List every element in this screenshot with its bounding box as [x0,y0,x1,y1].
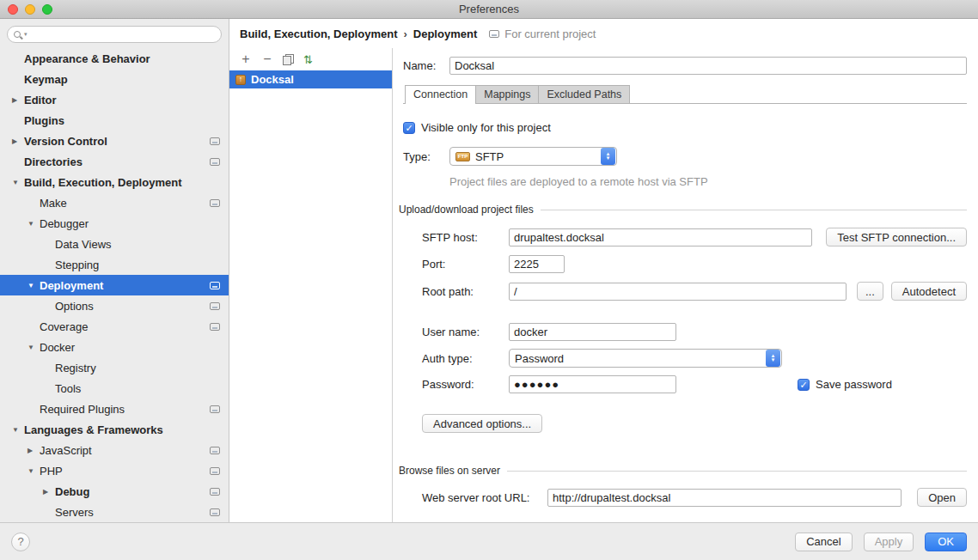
sidebar-item-build-execution-deployment[interactable]: ▼Build, Execution, Deployment [0,172,229,192]
user-name-field[interactable] [509,323,676,341]
deployment-server-icon [235,75,246,85]
chevron-down-icon[interactable]: ▼ [28,467,40,475]
open-button[interactable]: Open [917,488,967,507]
settings-search[interactable]: ▾ [7,26,222,43]
chevron-down-icon[interactable]: ▼ [28,220,40,228]
server-list: Docksal [229,70,392,522]
sidebar-item-label: Version Control [24,135,107,148]
sidebar-item-required-plugins[interactable]: Required Plugins [0,399,229,419]
chevron-down-icon[interactable]: ▼ [12,179,24,186]
settings-tree: Appearance & BehaviorKeymap▶EditorPlugin… [0,48,229,522]
sidebar-item-docker[interactable]: ▼Docker [0,337,229,357]
sidebar-item-label: Tools [55,382,81,395]
sidebar-item-javascript[interactable]: ▶JavaScript [0,440,229,460]
help-button[interactable]: ? [11,533,30,551]
cancel-button[interactable]: Cancel [795,533,852,551]
sidebar-item-label: Plugins [24,114,64,127]
traffic-lights [8,4,52,15]
remove-server-icon[interactable]: − [261,52,273,66]
type-dropdown[interactable]: FTP SFTP ▲▼ [449,147,617,166]
sidebar-item-servers[interactable]: Servers [0,502,229,522]
tab-connection[interactable]: Connection [405,85,476,104]
sidebar-item-label: Data Views [55,238,112,251]
tab-mappings[interactable]: Mappings [475,85,539,103]
browse-section-label: Browse files on server [399,465,500,477]
sidebar-item-data-views[interactable]: Data Views [0,234,229,254]
root-path-field[interactable] [509,283,847,301]
current-project-icon [489,30,499,38]
sidebar-item-directories[interactable]: Directories [0,151,229,172]
test-sftp-connection-button[interactable]: Test SFTP connection... [826,228,967,247]
dialog-footer: ? Cancel Apply OK [0,522,978,560]
chevron-right-icon[interactable]: ▶ [12,96,24,104]
port-label: Port: [422,258,509,271]
sftp-icon: FTP [455,152,470,161]
chevron-right-icon[interactable]: ▶ [12,137,24,145]
tab-excluded-paths[interactable]: Excluded Paths [538,85,630,103]
shared-settings-icon [210,323,220,331]
chevron-down-icon[interactable]: ▼ [12,426,24,434]
save-password-checkbox[interactable]: ✓ [798,379,810,391]
shared-settings-icon [210,405,220,413]
sidebar-item-label: Languages & Frameworks [24,423,163,436]
browse-root-button[interactable]: ... [857,282,883,301]
sidebar-item-coverage[interactable]: Coverage [0,316,229,337]
sidebar-item-registry[interactable]: Registry [0,357,229,378]
shared-settings-icon [210,282,220,289]
port-field[interactable] [509,255,565,273]
sidebar-item-stepping[interactable]: Stepping [0,254,229,275]
apply-button[interactable]: Apply [864,533,914,551]
advanced-options-button[interactable]: Advanced options... [422,414,542,433]
reorder-servers-icon[interactable]: ⇅ [303,54,313,65]
sidebar-item-tools[interactable]: Tools [0,378,229,399]
password-field[interactable] [509,375,676,393]
sidebar-item-label: JavaScript [40,444,92,457]
name-field[interactable] [449,57,967,75]
add-server-icon[interactable]: + [240,52,252,66]
chevron-down-icon[interactable]: ▼ [28,344,40,351]
server-toolbar: + − ⇅ [229,48,392,70]
settings-search-input[interactable] [31,28,216,40]
sftp-host-field[interactable] [509,228,812,247]
browse-section-header: Browse files on server [399,465,967,477]
sidebar-item-deployment[interactable]: ▼Deployment [0,275,229,295]
chevron-right-icon[interactable]: ▶ [43,488,55,496]
sidebar-item-plugins[interactable]: Plugins [0,110,229,131]
sidebar-item-debugger[interactable]: ▼Debugger [0,213,229,234]
sidebar-item-version-control[interactable]: ▶Version Control [0,131,229,151]
ok-button[interactable]: OK [925,533,967,551]
sidebar-item-debug[interactable]: ▶Debug [0,481,229,502]
section-divider [507,471,967,472]
upload-section-label: Upload/download project files [399,204,534,216]
sidebar-item-options[interactable]: Options [0,295,229,316]
sidebar-item-label: Keymap [24,73,68,86]
web-root-field[interactable] [547,489,902,507]
auth-type-dropdown[interactable]: Password ▲▼ [509,349,782,368]
close-window-button[interactable] [8,4,18,15]
server-list-item-docksal[interactable]: Docksal [229,70,392,88]
sidebar-item-label: Editor [24,94,57,107]
window-title: Preferences [0,3,978,15]
zoom-window-button[interactable] [42,4,52,15]
sidebar-item-label: Stepping [55,259,99,271]
sidebar-item-appearance-behavior[interactable]: Appearance & Behavior [0,48,229,69]
server-list-panel: + − ⇅ Docksal [229,48,393,522]
sidebar-item-editor[interactable]: ▶Editor [0,89,229,110]
chevron-right-icon[interactable]: ▶ [28,447,40,454]
sidebar-item-label: Coverage [40,320,88,333]
copy-server-icon[interactable] [283,54,294,65]
breadcrumb-section[interactable]: Build, Execution, Deployment [240,27,397,40]
autodetect-button[interactable]: Autodetect [891,282,967,301]
sidebar-item-keymap[interactable]: Keymap [0,69,229,89]
sidebar-item-label: Make [40,197,67,210]
minimize-window-button[interactable] [25,4,35,15]
sidebar-item-languages-frameworks[interactable]: ▼Languages & Frameworks [0,419,229,440]
sidebar-item-php[interactable]: ▼PHP [0,460,229,481]
sftp-host-label: SFTP host: [422,231,509,244]
sidebar-item-make[interactable]: Make [0,192,229,213]
chevron-down-icon[interactable]: ▼ [28,282,40,289]
sidebar-item-label: PHP [40,465,63,478]
type-dropdown-stepper-icon[interactable]: ▲▼ [601,148,615,165]
auth-dropdown-stepper-icon[interactable]: ▲▼ [766,350,780,367]
visible-project-checkbox[interactable]: ✓ [403,122,415,134]
